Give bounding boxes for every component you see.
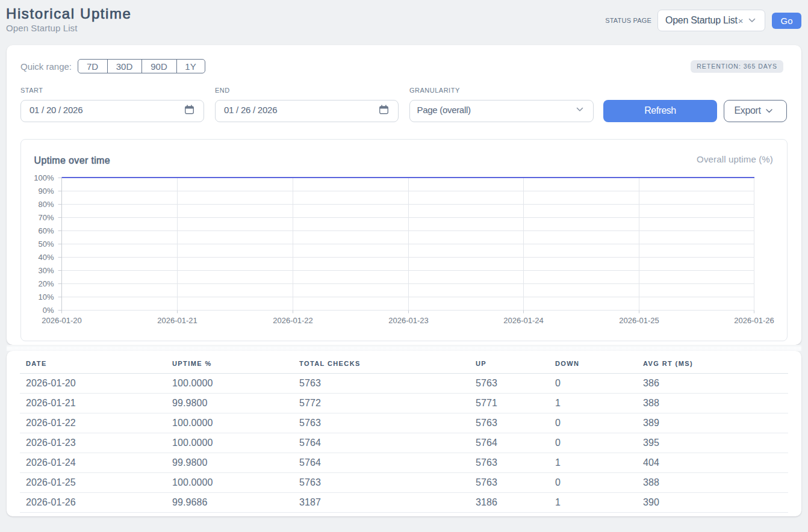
- svg-text:2026-01-21: 2026-01-21: [157, 316, 197, 325]
- svg-text:40%: 40%: [38, 253, 54, 262]
- svg-text:2026-01-25: 2026-01-25: [619, 316, 659, 325]
- svg-text:30%: 30%: [38, 266, 54, 275]
- svg-text:2026-01-26: 2026-01-26: [734, 316, 774, 325]
- svg-text:2026-01-23: 2026-01-23: [388, 316, 429, 325]
- svg-text:60%: 60%: [38, 226, 54, 235]
- svg-text:0%: 0%: [43, 306, 54, 315]
- svg-text:90%: 90%: [38, 187, 54, 196]
- svg-text:10%: 10%: [38, 292, 54, 302]
- svg-text:100%: 100%: [34, 173, 54, 182]
- svg-text:50%: 50%: [38, 240, 54, 249]
- svg-text:2026-01-24: 2026-01-24: [503, 316, 544, 325]
- svg-text:70%: 70%: [38, 213, 54, 222]
- svg-text:80%: 80%: [38, 200, 54, 209]
- svg-text:2026-01-20: 2026-01-20: [42, 316, 82, 325]
- svg-text:20%: 20%: [38, 279, 54, 288]
- svg-text:2026-01-22: 2026-01-22: [273, 316, 313, 325]
